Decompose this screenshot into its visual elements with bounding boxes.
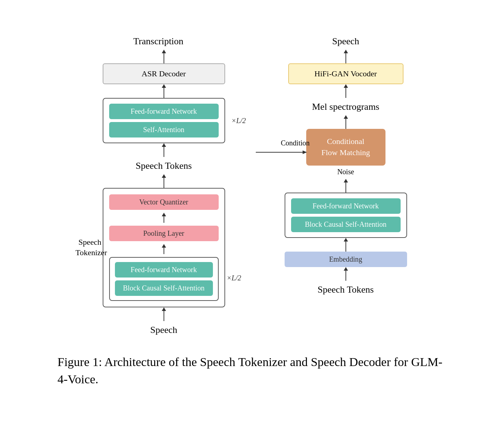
arrow-to-transcription (162, 50, 166, 63)
arrow-to-speech (344, 50, 348, 63)
arrow-decoder-embed (344, 238, 348, 252)
tokenizer-label-text: Speech Tokenizer (76, 238, 107, 257)
arrow-line (345, 182, 346, 193)
embedding-box: Embedding (285, 252, 407, 267)
speech-tokens-bottom-label: Speech Tokens (318, 284, 374, 295)
arrow-transformer-to-tokens (162, 143, 166, 157)
arrow-line (164, 147, 164, 157)
speech-bottom-label: Speech (150, 325, 177, 335)
arrow-line (345, 271, 346, 281)
speech-tokenizer-label: Speech Tokenizer (76, 238, 104, 258)
inner-transformer-block: Feed-forward Network Block Causal Self-A… (109, 257, 219, 301)
arrow-speech-in (162, 307, 166, 321)
noise-label: Noise (337, 168, 354, 176)
arrow-to-tokenizer (162, 174, 166, 188)
svg-marker-1 (303, 150, 307, 154)
arrow-noise-to-decoder (344, 179, 348, 193)
arrow-line (345, 242, 346, 252)
arrow-to-embed (344, 267, 348, 281)
hifigan-box: HiFi-GAN Vocoder (288, 63, 403, 84)
arrowhead (162, 213, 166, 216)
left-column: Transcription ASR Decoder Feed-forward N… (79, 36, 238, 335)
diagram-area: Transcription ASR Decoder Feed-forward N… (58, 36, 447, 335)
self-attention-box: Self-Attention (109, 122, 219, 137)
speech-tokens-upper-label: Speech Tokens (136, 161, 192, 171)
page-container: Transcription ASR Decoder Feed-forward N… (36, 22, 468, 402)
vector-quantizer-box: Vector Quantizer (109, 194, 219, 210)
arrowhead (344, 238, 348, 242)
arrowhead (162, 174, 166, 178)
arrow-hifigan-mel (344, 84, 348, 98)
block-causal-sa-left-box: Block Causal Self-Attention (115, 280, 213, 296)
arrow-line (164, 53, 164, 63)
right-column: Speech HiFi-GAN Vocoder Mel spectrograms (267, 36, 425, 295)
arrow-to-cfm (344, 115, 348, 129)
vq-arrow (162, 213, 166, 223)
arrow-line (164, 248, 164, 254)
ffn-right-box: Feed-forward Network (291, 198, 401, 214)
figure-caption: Figure 1: Architecture of the Speech Tok… (58, 353, 447, 388)
arrow-asr-to-transformer (162, 84, 166, 98)
caption-text: Figure 1: Architecture of the Speech Tok… (58, 355, 443, 386)
speech-top-label: Speech (332, 36, 359, 47)
arrowhead (162, 244, 166, 248)
arrow-line (164, 88, 164, 98)
block-causal-sa-right-box: Block Causal Self-Attention (291, 217, 401, 232)
arrowhead (344, 115, 348, 119)
cfm-text: Conditional Flow Matching (321, 137, 370, 157)
lower-multiplier: ×L/2 (227, 274, 241, 284)
transcription-label: Transcription (133, 36, 183, 47)
cfm-box: Conditional Flow Matching (306, 129, 385, 166)
arrow-line (345, 53, 346, 63)
arrowhead (344, 179, 348, 182)
pool-arrow (162, 244, 166, 254)
arrowhead (162, 50, 166, 53)
upper-multiplier: ×L/2 (231, 117, 246, 125)
condition-area: Condition (256, 139, 310, 156)
ffn-upper-box: Feed-forward Network (109, 104, 219, 119)
arrow-line (164, 178, 164, 188)
upper-transformer-block: Feed-forward Network Self-Attention ×L/2 (103, 98, 225, 143)
ffn-lower-box: Feed-forward Network (115, 262, 213, 278)
mel-label: Mel spectrograms (312, 102, 379, 112)
speech-tokenizer-box: Vector Quantizer Pooling Layer (103, 188, 225, 307)
arrow-line (164, 216, 164, 223)
arrowhead (344, 267, 348, 271)
decoder-block: Feed-forward Network Block Causal Self-A… (285, 193, 407, 238)
pooling-layer-box: Pooling Layer (109, 226, 219, 241)
arrowhead (344, 84, 348, 88)
cfm-section: Condition Conditional Flow Matching (267, 115, 425, 166)
arrowhead (162, 307, 166, 311)
arrow-line (345, 88, 346, 98)
condition-arrow-svg (256, 149, 310, 156)
speech-tokenizer-outer: Speech Tokenizer Vector Quantizer Poolin… (79, 188, 238, 307)
condition-label: Condition (281, 139, 309, 147)
arrow-line (345, 119, 346, 129)
cfm-row: Condition Conditional Flow Matching (306, 129, 385, 166)
arrowhead (162, 143, 166, 147)
asr-decoder-box: ASR Decoder (103, 63, 225, 84)
arrowhead (344, 50, 348, 53)
arrow-line (164, 311, 164, 321)
arrowhead (162, 84, 166, 88)
